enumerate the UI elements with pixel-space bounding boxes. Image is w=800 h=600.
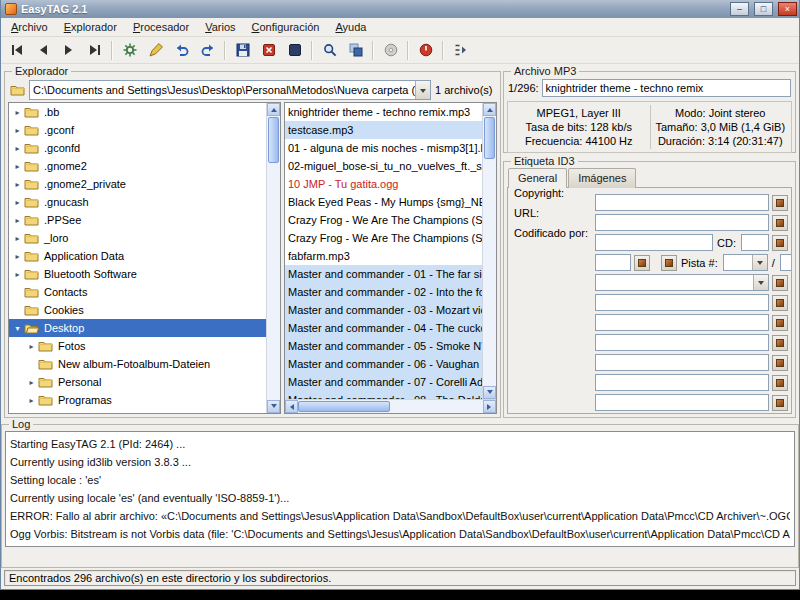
tree-item-application-data[interactable]: ▸Application Data — [9, 247, 266, 265]
filename-field[interactable]: knightrider theme - techno remix — [542, 79, 791, 97]
file-item-01-alguna-de-mis-noches-mismp3-1-blogspo[interactable]: 01 - alguna de mis noches - mismp3[1].bl… — [285, 139, 482, 157]
apply-comentario-to-all-button[interactable] — [772, 295, 788, 311]
apply-titulo-to-all-button[interactable] — [772, 195, 788, 211]
apply-ano-to-all-button[interactable] — [634, 255, 650, 271]
titulo-field[interactable] — [595, 194, 769, 211]
file-item-02-miguel-bose-si-tu-no-vuelves-ft-shaki[interactable]: 02-miguel_bose-si_tu_no_vuelves_ft._shak… — [285, 157, 482, 175]
menu-archivo[interactable]: Archivo — [3, 19, 56, 35]
scroll-up-icon[interactable] — [267, 103, 280, 116]
tab-imagenes[interactable]: Imágenes — [568, 168, 636, 188]
go-next-button[interactable] — [56, 39, 81, 62]
apply-codificado-to-all-button[interactable] — [772, 395, 788, 411]
file-item-master-and-commander-03-mozart-violin-co[interactable]: Master and commander - 03 - Mozart violi… — [285, 301, 482, 319]
cd-field[interactable] — [741, 234, 769, 251]
expander-closed-icon[interactable]: ▸ — [12, 198, 23, 207]
file-item-crazy-frog-we-are-the-champions-single-m[interactable]: Crazy Frog - We Are The Champions (Singl… — [285, 211, 482, 229]
scroll-thumb[interactable] — [484, 117, 495, 159]
file-item-master-and-commander-08-the-doldrums-m[interactable]: Master and commander - 08 - The Doldrums… — [285, 391, 482, 399]
menu-ayuda[interactable]: Ayuda — [327, 19, 374, 35]
tree-item-desktop[interactable]: ▾Desktop — [9, 319, 266, 337]
pista-field[interactable] — [724, 255, 752, 270]
apply-copyright-to-all-button[interactable] — [772, 355, 788, 371]
scroll-track[interactable] — [298, 400, 483, 413]
artista-field[interactable] — [595, 214, 769, 231]
tree-item-bluetooth-software[interactable]: ▸Bluetooth Software — [9, 265, 266, 283]
stop-button[interactable] — [282, 39, 307, 62]
tree-item-gconfd[interactable]: ▸.gconfd — [9, 139, 266, 157]
expander-closed-icon[interactable]: ▸ — [26, 342, 37, 351]
expander-open-icon[interactable]: ▾ — [12, 324, 23, 333]
file-item-crazy-frog-we-are-the-champions-single-1[interactable]: Crazy Frog - We Are The Champions (Singl… — [285, 229, 482, 247]
apply-genero-to-all-button[interactable] — [772, 275, 788, 291]
go-previous-button[interactable] — [30, 39, 55, 62]
go-first-button[interactable] — [4, 39, 29, 62]
file-item-testcase-mp3[interactable]: testcase.mp3 — [285, 121, 482, 139]
tree-item-gnome2[interactable]: ▸.gnome2 — [9, 157, 266, 175]
path-combobox[interactable]: C:\Documents and Settings\Jesus\Desktop\… — [29, 80, 431, 100]
artista-original-field[interactable] — [595, 334, 769, 351]
expander-closed-icon[interactable]: ▸ — [12, 252, 23, 261]
dropdown-arrow-icon[interactable] — [752, 255, 767, 270]
album-field[interactable] — [595, 234, 713, 251]
file-item-10-jmp-tu-gatita-ogg[interactable]: 10 JMP - Tu gatita.ogg — [285, 175, 482, 193]
scroll-track[interactable] — [483, 116, 496, 386]
tree-item-personal[interactable]: ▸Personal — [9, 373, 266, 391]
codificado-por-field[interactable] — [595, 394, 769, 411]
expander-closed-icon[interactable]: ▸ — [12, 108, 23, 117]
scroll-thumb[interactable] — [268, 117, 279, 163]
scroll-thumb[interactable] — [298, 401, 390, 412]
file-list-horizontal-scrollbar[interactable] — [285, 399, 496, 413]
tree-item-recursos[interactable]: ▸Recursos — [9, 409, 266, 413]
expander-closed-icon[interactable]: ▸ — [12, 180, 23, 189]
tree-item-fotos[interactable]: ▸Fotos — [9, 337, 266, 355]
scroll-right-icon[interactable] — [483, 400, 496, 413]
pista-total-field[interactable] — [780, 254, 792, 271]
copyright-field[interactable] — [595, 354, 769, 371]
apply-artista-to-all-button[interactable] — [772, 215, 788, 231]
tree-item-gnucash[interactable]: ▸.gnucash — [9, 193, 266, 211]
mask-button[interactable] — [143, 39, 168, 62]
comentario-field[interactable] — [595, 294, 769, 311]
undo-button[interactable] — [169, 39, 194, 62]
scan-button[interactable] — [117, 39, 142, 62]
tree-item-programas[interactable]: ▸Programas — [9, 391, 266, 409]
file-item-black-eyed-peas-my-humps-smg-new-mp3[interactable]: Black Eyed Peas - My Humps {smg}_NEW.mp3 — [285, 193, 482, 211]
pista-combobox[interactable] — [723, 254, 768, 271]
tree-item-gnome2-private[interactable]: ▸.gnome2_private — [9, 175, 266, 193]
apply-url-to-all-button[interactable] — [772, 375, 788, 391]
genero-combobox[interactable] — [595, 274, 769, 291]
tree-vertical-scrollbar[interactable] — [266, 103, 280, 413]
expander-closed-icon[interactable]: ▸ — [12, 126, 23, 135]
search-button[interactable] — [317, 39, 342, 62]
close-button[interactable]: × — [778, 2, 797, 16]
file-item-fabfarm-mp3[interactable]: fabfarm.mp3 — [285, 247, 482, 265]
apply-album-to-all-button[interactable] — [772, 235, 788, 251]
tree-item-bb[interactable]: ▸.bb — [9, 103, 266, 121]
scroll-down-icon[interactable] — [483, 386, 496, 399]
invert-selection-button[interactable] — [343, 39, 368, 62]
number-tracks-button[interactable] — [661, 255, 677, 271]
tab-general[interactable]: General — [508, 168, 567, 188]
save-button[interactable] — [230, 39, 255, 62]
url-field[interactable] — [595, 374, 769, 391]
collapse-tree-button[interactable] — [448, 39, 473, 62]
file-item-master-and-commander-05-smoke-n-oakum[interactable]: Master and commander - 05 - Smoke N'Oaku… — [285, 337, 482, 355]
dropdown-arrow-icon[interactable] — [415, 81, 430, 99]
delete-button[interactable] — [256, 39, 281, 62]
tree-item-loro[interactable]: ▸_loro — [9, 229, 266, 247]
tree-item-new-album-fotoalbum-dateien[interactable]: New album-Fotoalbum-Dateien — [9, 355, 266, 373]
expander-closed-icon[interactable]: ▸ — [12, 162, 23, 171]
apply-artista-original-to-all-button[interactable] — [772, 335, 788, 351]
ano-field[interactable] — [595, 254, 631, 271]
tree-item-contacts[interactable]: Contacts — [9, 283, 266, 301]
genero-field[interactable] — [596, 275, 753, 290]
expander-closed-icon[interactable]: ▸ — [12, 234, 23, 243]
tree-item-cookies[interactable]: Cookies — [9, 301, 266, 319]
file-item-master-and-commander-06-vaughan-william[interactable]: Master and commander - 06 - Vaughan Will… — [285, 355, 482, 373]
expander-closed-icon[interactable]: ▸ — [12, 216, 23, 225]
expander-closed-icon[interactable]: ▸ — [12, 270, 23, 279]
scroll-track[interactable] — [267, 116, 280, 400]
expander-closed-icon[interactable]: ▸ — [26, 396, 37, 405]
expander-closed-icon[interactable]: ▸ — [26, 378, 37, 387]
menu-explorador[interactable]: Explorador — [56, 19, 125, 35]
